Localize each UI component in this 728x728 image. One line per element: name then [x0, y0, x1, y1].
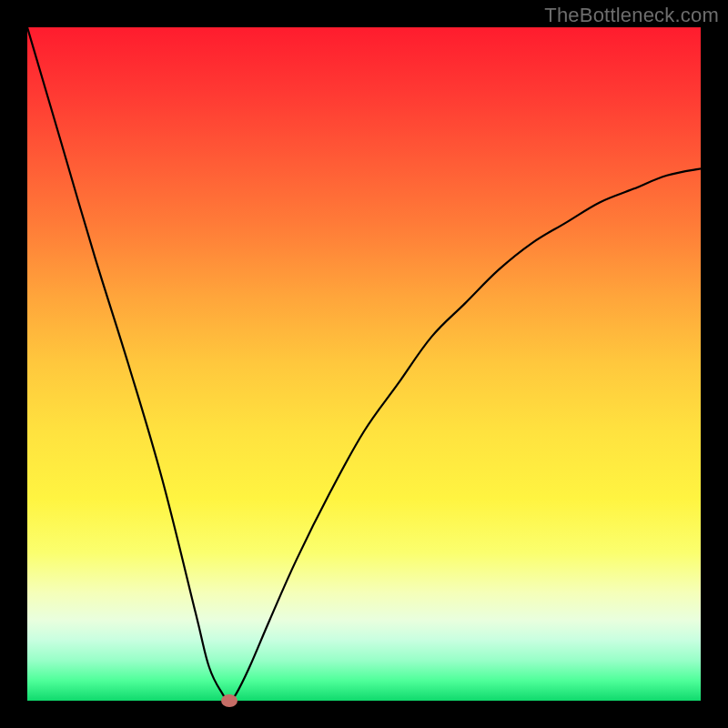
bottleneck-curve [27, 27, 701, 701]
watermark-text: TheBottleneck.com [544, 4, 719, 27]
plot-area [27, 27, 701, 701]
chart-frame: TheBottleneck.com [0, 0, 728, 728]
curve-svg [27, 27, 701, 701]
optimum-marker [221, 694, 238, 707]
